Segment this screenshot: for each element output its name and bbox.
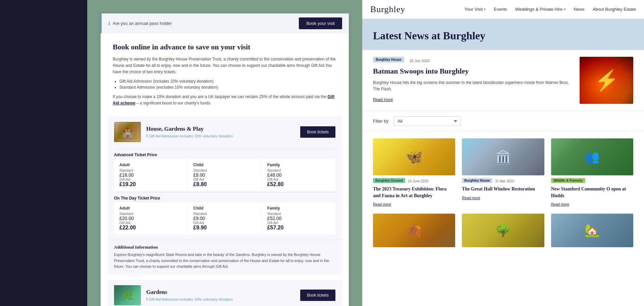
bullet-list: Gift Aid Admission (includes 10% volunta… bbox=[119, 79, 337, 90]
news-grid-bottom bbox=[362, 214, 644, 254]
featured-image: ⚡ bbox=[580, 57, 633, 104]
additional-heading: Additional Information bbox=[114, 245, 335, 250]
gift-aid-note-1: ℹ Gift Aid Admission includes 10% volunt… bbox=[146, 134, 295, 138]
adult-advanced: Adult Standard £18.00 Gift Aid £19.20 bbox=[114, 159, 188, 191]
chevron-down-icon-2: ▾ bbox=[564, 7, 566, 11]
ticket-section-2: Gardens ℹ Gift Aid Admission includes 10… bbox=[107, 280, 342, 306]
family-advanced: Family Standard £48.00 Gift Aid £52.80 bbox=[262, 159, 335, 191]
additional-text: Explore Burghley's magnificent State Roo… bbox=[114, 252, 335, 270]
ticket-info-1: House, Gardens & Play ℹ Gift Aid Admissi… bbox=[141, 126, 300, 138]
nav-weddings[interactable]: Weddings & Private Hire ▾ bbox=[515, 7, 566, 12]
filter-section: Filter by All bbox=[362, 111, 644, 132]
nav-bar: Burghley Your Visit ▾ Events Weddings & … bbox=[362, 0, 644, 19]
ticket-image-2 bbox=[114, 285, 141, 305]
news-thumb-1 bbox=[462, 214, 544, 247]
news-card-bottom-0[interactable] bbox=[373, 214, 455, 247]
ticket-name-1: House, Gardens & Play bbox=[146, 126, 295, 132]
news-card-1[interactable]: Burghley House 31 Mar 2023 The Great Hal… bbox=[462, 138, 544, 207]
filter-select[interactable]: All bbox=[394, 116, 461, 126]
book-tickets-btn-1[interactable]: Book tickets bbox=[300, 126, 335, 138]
news-card-bottom-1[interactable] bbox=[462, 214, 544, 247]
adult-onday: Adult Standard £20.00 Gift Aid £22.00 bbox=[114, 203, 188, 234]
news-card-read-more-0[interactable]: Read more bbox=[373, 202, 391, 206]
news-card-tag-2: Wildlife & Forestry bbox=[551, 178, 585, 183]
news-card-0[interactable]: Burghley Ground 16 June 2023 The 2023 Tr… bbox=[373, 138, 455, 207]
ticket-info-2: Gardens ℹ Gift Aid Admission includes 10… bbox=[141, 289, 300, 301]
news-grid: Burghley Ground 16 June 2023 The 2023 Tr… bbox=[362, 132, 644, 214]
nav-links: Your Visit ▾ Events Weddings & Private H… bbox=[465, 7, 636, 12]
featured-tag: Burghley House bbox=[373, 57, 404, 62]
logo[interactable]: Burghley bbox=[370, 4, 405, 14]
gift-aid-note-2: ℹ Gift Aid Admission includes 10% volunt… bbox=[146, 297, 295, 301]
news-card-image-1 bbox=[462, 138, 544, 175]
intro-p2: If you choose to make a 10% donation and… bbox=[113, 94, 337, 106]
news-card-title-0: The 2023 Treasury Exhibition: Flora and … bbox=[373, 186, 455, 199]
ticket-name-2: Gardens bbox=[146, 289, 295, 296]
family-onday: Family Standard £52.00 Gift Aid £57.20 bbox=[262, 203, 335, 234]
news-card-bottom-2[interactable] bbox=[551, 214, 633, 247]
featured-date: 16 Jun 2023 bbox=[410, 59, 430, 63]
news-card-title-1: The Great Hall Window Restoration bbox=[462, 186, 544, 192]
child-onday: Child Standard £9.00 Gift Aid £9.90 bbox=[188, 203, 262, 234]
news-card-2[interactable]: Wildlife & Forestry New Stamford Communi… bbox=[551, 138, 633, 207]
featured-article: Burghley House 16 Jun 2023 Batman Swoops… bbox=[362, 50, 644, 111]
ticket-header-1: House, Gardens & Play ℹ Gift Aid Admissi… bbox=[107, 117, 342, 147]
onday-price-table: Adult Standard £20.00 Gift Aid £22.00 Ch… bbox=[114, 203, 335, 234]
right-panel: Burghley Your Visit ▾ Events Weddings & … bbox=[362, 0, 644, 306]
news-card-image-2 bbox=[551, 138, 633, 175]
bullet-item-2: Standard Admission (excludes 10% volunta… bbox=[119, 85, 337, 90]
news-thumb-2 bbox=[551, 214, 633, 247]
onday-label: On The Day Ticket Price bbox=[114, 192, 335, 203]
chevron-down-icon: ▾ bbox=[484, 7, 486, 11]
book-tickets-btn-2[interactable]: Book tickets bbox=[300, 290, 335, 301]
nav-events[interactable]: Events bbox=[494, 7, 507, 12]
featured-desc: Burghley House hits the big screens this… bbox=[373, 80, 573, 92]
news-thumb-0 bbox=[373, 214, 455, 247]
advanced-price-table: Adult Standard £18.00 Gift Aid £19.20 Ch… bbox=[114, 159, 335, 191]
news-card-title-2: New Stamford Community O open at Hudds bbox=[551, 186, 633, 199]
child-advanced: Child Standard £8.00 Gift Aid £8.80 bbox=[188, 159, 262, 191]
booking-card: ℹ Are you an annual pass holder Book you… bbox=[101, 13, 349, 306]
nav-about[interactable]: About Burghley Estate bbox=[593, 7, 636, 12]
flash-icon: ⚡ bbox=[594, 69, 619, 92]
additional-info: Additional Information Explore Burghley'… bbox=[107, 239, 342, 274]
left-panel bbox=[0, 0, 87, 306]
annual-pass-banner: ℹ Are you an annual pass holder Book you… bbox=[101, 13, 349, 33]
news-card-date-1: 31 Mar 2023 bbox=[495, 179, 514, 183]
info-icon: ℹ bbox=[108, 21, 110, 26]
news-card-tag-0: Burghley Ground bbox=[373, 178, 405, 183]
intro-section: Book online in advance to save on your v… bbox=[101, 33, 349, 117]
news-card-tag-1: Burghley House bbox=[462, 178, 492, 183]
price-section-1: Advanced Ticket Price Adult Standard £18… bbox=[107, 149, 342, 239]
news-card-date-0: 16 June 2023 bbox=[408, 179, 428, 183]
intro-p1: Burghley is owned by the Burghley House … bbox=[113, 56, 337, 76]
ticket-section-1: House, Gardens & Play ℹ Gift Aid Admissi… bbox=[107, 117, 342, 274]
book-visit-button[interactable]: Book your visit bbox=[299, 17, 342, 29]
featured-read-more[interactable]: Read more bbox=[373, 97, 393, 102]
news-card-read-more-1[interactable]: Read more bbox=[462, 196, 480, 200]
filter-label: Filter by bbox=[373, 119, 388, 124]
annual-pass-text: Are you an annual pass holder bbox=[113, 21, 172, 26]
nav-your-visit[interactable]: Your Visit ▾ bbox=[465, 7, 486, 12]
logo-area: Burghley bbox=[370, 4, 405, 14]
ticket-image-1 bbox=[114, 122, 141, 142]
advanced-label: Advanced Ticket Price bbox=[114, 149, 335, 159]
center-panel: ℹ Are you an annual pass holder Book you… bbox=[87, 0, 362, 306]
featured-content: Burghley House 16 Jun 2023 Batman Swoops… bbox=[373, 57, 573, 102]
booking-heading: Book online in advance to save on your v… bbox=[113, 43, 337, 51]
nav-news[interactable]: News bbox=[574, 7, 585, 12]
news-card-read-more-2[interactable]: Read more bbox=[551, 202, 569, 206]
news-header: Latest News at Burghley bbox=[362, 19, 644, 50]
featured-title: Batman Swoops into Burghley bbox=[373, 67, 573, 76]
news-card-image-0 bbox=[373, 138, 455, 175]
news-heading: Latest News at Burghley bbox=[373, 30, 633, 42]
bullet-item-1: Gift Aid Admission (includes 10% volunta… bbox=[119, 79, 337, 84]
ticket-header-2: Gardens ℹ Gift Aid Admission includes 10… bbox=[107, 280, 342, 306]
